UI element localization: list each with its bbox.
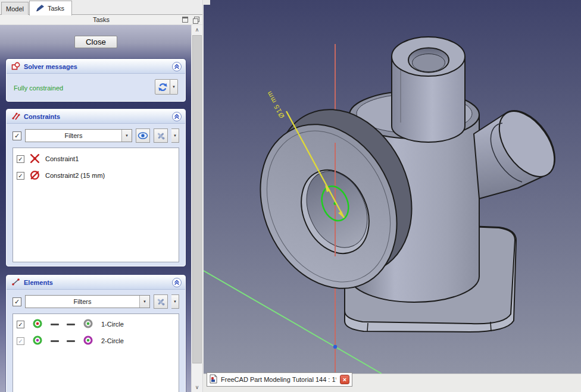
refresh-icon <box>158 82 168 92</box>
diameter-constraint-icon <box>29 170 40 182</box>
dash-icon <box>67 324 75 325</box>
chevron-double-up-icon <box>173 113 180 120</box>
document-close-icon[interactable] <box>340 375 349 384</box>
solver-messages-section: Solver messages Fully constrained ▼ <box>6 59 186 102</box>
scroll-thumb[interactable] <box>192 35 202 363</box>
constraints-icon <box>11 112 20 121</box>
constraints-title: Constraints <box>24 113 60 120</box>
constraints-select-all-checkbox[interactable]: ✓ <box>13 131 21 140</box>
circle-green-red-icon <box>32 318 43 330</box>
elements-header[interactable]: Elements <box>7 275 185 290</box>
panel-title-bar: Tasks <box>0 15 202 25</box>
elements-select-all-checkbox[interactable]: ✓ <box>13 297 21 306</box>
circle-green-magenta-icon <box>32 335 43 347</box>
dock-icon[interactable] <box>182 17 188 23</box>
elements-title: Elements <box>24 279 53 286</box>
constraints-section: Constraints ✓ Filters ▼ <box>6 109 186 266</box>
eye-icon <box>138 131 148 140</box>
constraint1-label: Constraint1 <box>45 155 79 162</box>
element-row-2[interactable]: ✓ 2-Circle <box>17 334 176 348</box>
constraints-settings-button[interactable] <box>154 128 168 143</box>
refresh-solver-button[interactable] <box>155 79 170 95</box>
tab-tasks-label: Tasks <box>48 5 64 12</box>
chevron-down-icon: ▼ <box>121 130 132 142</box>
task-panel: Model Tasks Tasks Close So <box>0 0 203 392</box>
coincident-constraint-icon <box>29 153 40 165</box>
elements-filter-combo[interactable]: Filters ▼ <box>25 295 150 308</box>
document-tab[interactable]: FreeCAD Part Modeling Tutorial 144 : 1* <box>207 372 352 387</box>
show-hide-constraints-button[interactable] <box>136 128 150 143</box>
freecad-window: Model Tasks Tasks Close So <box>0 0 581 392</box>
float-icon[interactable] <box>193 17 199 23</box>
document-tab-strip: FreeCAD Part Modeling Tutorial 144 : 1* <box>204 374 581 392</box>
freecad-document-icon <box>210 374 217 385</box>
boss-bore-bottom <box>413 54 445 72</box>
elements-filter-label: Filters <box>26 298 139 305</box>
elements-settings-button[interactable] <box>154 294 168 309</box>
chevron-double-up-icon <box>173 63 180 70</box>
tools-icon <box>156 297 165 306</box>
solver-messages-title: Solver messages <box>24 63 77 70</box>
circle-gray-green-icon <box>83 318 93 330</box>
constraint2-checkbox[interactable]: ✓ <box>17 172 24 180</box>
refresh-dropdown-button[interactable]: ▼ <box>170 79 178 95</box>
origin-point[interactable] <box>333 345 337 349</box>
element1-checkbox[interactable]: ✓ <box>17 321 24 328</box>
viewport-corner-notch <box>204 0 210 5</box>
elements-settings-dropdown[interactable]: ▼ <box>171 294 179 309</box>
task-panel-content: Close Solver messages Fully constrained <box>0 25 192 392</box>
element2-checkbox[interactable]: ✓ <box>17 337 24 345</box>
constraints-filter-label: Filters <box>26 132 121 139</box>
tab-model[interactable]: Model <box>1 2 29 15</box>
tab-tasks[interactable]: Tasks <box>29 1 72 15</box>
solver-icon <box>11 62 20 71</box>
constraint1-checkbox[interactable]: ✓ <box>17 155 24 163</box>
constraints-list: ✓ Constraint1 ✓ Constraint2 (15 mm) <box>13 148 179 262</box>
panel-tabbar: Model Tasks <box>0 0 202 15</box>
dash-icon <box>51 340 59 342</box>
chevron-down-icon: ▼ <box>139 296 149 308</box>
elements-section: Elements ✓ Filters ▼ ▼ <box>6 275 186 392</box>
constraint2-label: Constraint2 (15 mm) <box>45 172 105 179</box>
elements-list: ✓ 1-Circle ✓ <box>13 313 179 392</box>
circle-magenta-green-icon <box>83 335 93 347</box>
dash-icon <box>67 340 75 342</box>
constraint-row-2[interactable]: ✓ Constraint2 (15 mm) <box>17 168 176 183</box>
element2-label: 2-Circle <box>101 337 124 344</box>
chevron-double-up-icon <box>173 279 180 286</box>
dash-icon <box>51 324 59 325</box>
3d-viewport[interactable]: Ø15 mm <box>204 0 581 374</box>
collapse-solver-button[interactable] <box>172 62 182 71</box>
elements-icon <box>11 278 20 287</box>
collapse-constraints-button[interactable] <box>172 112 182 121</box>
pencil-icon <box>36 4 45 13</box>
constraints-header[interactable]: Constraints <box>7 109 185 124</box>
constraint-row-1[interactable]: ✓ Constraint1 <box>17 152 176 166</box>
close-button[interactable]: Close <box>74 36 117 48</box>
panel-title: Tasks <box>93 16 110 23</box>
scroll-down-arrow[interactable]: ∨ <box>192 382 202 392</box>
solver-status-text: Fully constrained <box>14 84 63 92</box>
constraints-filter-combo[interactable]: Filters ▼ <box>25 129 132 142</box>
collapse-elements-button[interactable] <box>172 278 182 287</box>
constraints-settings-dropdown[interactable]: ▼ <box>171 128 179 143</box>
solver-messages-header[interactable]: Solver messages <box>7 59 185 74</box>
element1-label: 1-Circle <box>101 321 124 328</box>
tab-model-label: Model <box>6 5 24 12</box>
panel-scrollbar[interactable]: ∧ ∨ <box>191 25 202 392</box>
element-row-1[interactable]: ✓ 1-Circle <box>17 317 176 331</box>
scroll-up-arrow[interactable]: ∧ <box>192 25 202 35</box>
document-tab-label: FreeCAD Part Modeling Tutorial 144 : 1* <box>221 376 336 383</box>
tools-icon <box>156 131 165 140</box>
